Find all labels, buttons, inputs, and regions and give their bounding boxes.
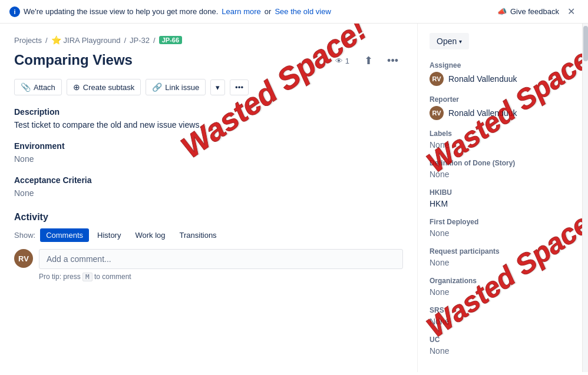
content-area: Wasted Space! Projects / ⭐ JIRA Playgrou… <box>0 24 417 372</box>
tab-worklog[interactable]: Work log <box>129 228 171 242</box>
definition-done-label: Definition of Done (Story) <box>430 159 570 167</box>
definition-done-value: None <box>430 170 570 179</box>
breadcrumb-playground: ⭐ JIRA Playground <box>51 35 121 45</box>
learn-more-link[interactable]: Learn more <box>222 7 260 16</box>
sidebar-request-participants: Request participants None <box>430 247 570 267</box>
sidebar: Wasted Space! Wasted Space! Open ▾ Assig… <box>417 24 582 372</box>
watcher-count: 1 <box>345 57 349 65</box>
breadcrumb-playground-link[interactable]: JIRA Playground <box>64 36 121 45</box>
reporter-avatar: RV <box>430 106 444 120</box>
chevron-down-icon: ▾ <box>459 38 462 45</box>
main-container: Wasted Space! Projects / ⭐ JIRA Playgrou… <box>0 24 588 372</box>
hkibu-label: HKIBU <box>430 188 570 197</box>
sidebar-uc: UC None <box>430 336 570 356</box>
give-feedback-button[interactable]: 📣 Give feedback <box>497 7 559 16</box>
labels-value: None <box>430 140 570 150</box>
page-header: Comparing Views 👁 1 ⬆ ••• <box>14 52 403 69</box>
keyboard-shortcut: M <box>82 273 93 281</box>
tab-history[interactable]: History <box>91 228 127 242</box>
eye-icon: 👁 <box>335 57 343 65</box>
hkibu-value: HKM <box>430 199 570 208</box>
organizations-label: Organizations <box>430 277 570 285</box>
activity-tabs: Show: Comments History Work log Transiti… <box>14 228 403 242</box>
breadcrumb: Projects / ⭐ JIRA Playground / JP-32 / J… <box>14 35 403 45</box>
watchers-button[interactable]: 👁 1 <box>330 54 355 68</box>
share-button[interactable]: ⬆ <box>359 52 378 69</box>
reporter-value: Ronald Vallenduuk <box>448 108 517 118</box>
environment-title: Environment <box>14 141 403 151</box>
sidebar-organizations: Organizations None <box>430 277 570 297</box>
breadcrumb-jp32[interactable]: JP-32 <box>130 36 150 45</box>
sidebar-srs: SRS None <box>430 306 570 326</box>
request-participants-value: None <box>430 258 570 267</box>
assignee-label: Assignee <box>430 61 570 69</box>
description-section: Description Test ticket to compare the o… <box>14 107 403 130</box>
acceptance-title: Acceptance Criteria <box>14 175 403 185</box>
notification-bar: i We're updating the issue view to help … <box>0 0 588 24</box>
description-title: Description <box>14 107 403 117</box>
uc-label: UC <box>430 336 570 344</box>
first-deployed-value: None <box>430 228 570 238</box>
labels-label: Labels <box>430 130 570 138</box>
show-label: Show: <box>14 231 35 240</box>
toolbar-dropdown-button[interactable]: ▾ <box>210 79 225 95</box>
reporter-label: Reporter <box>430 95 570 104</box>
sidebar-first-deployed: First Deployed None <box>430 218 570 238</box>
info-icon: i <box>9 6 20 17</box>
environment-section: Environment None <box>14 141 403 164</box>
comment-input-wrapper: Add a comment... Pro tip: press M to com… <box>39 249 403 281</box>
or-text: or <box>265 7 272 16</box>
description-content: Test ticket to compare the old and new i… <box>14 120 403 130</box>
toolbar-more-button[interactable]: ••• <box>230 79 249 95</box>
page-title: Comparing Views <box>14 52 133 68</box>
jira-icon: ⭐ <box>51 35 61 45</box>
sidebar-hkibu: HKIBU HKM <box>430 188 570 208</box>
assignee-avatar: RV <box>430 72 444 86</box>
tab-comments[interactable]: Comments <box>40 228 89 242</box>
activity-section: Activity Show: Comments History Work log… <box>14 212 403 281</box>
link-icon: 🔗 <box>152 82 162 92</box>
scrollbar-thumb[interactable] <box>583 26 588 61</box>
open-status-button[interactable]: Open ▾ <box>430 33 469 49</box>
jp66-badge: JP-66 <box>159 36 182 44</box>
uc-value: None <box>430 346 570 356</box>
scrollbar[interactable] <box>582 24 588 372</box>
user-avatar: RV <box>14 249 33 268</box>
reporter-user: RV Ronald Vallenduuk <box>430 106 570 120</box>
more-options-button[interactable]: ••• <box>382 52 403 69</box>
request-participants-label: Request participants <box>430 247 570 255</box>
breadcrumb-projects[interactable]: Projects <box>14 36 42 45</box>
notification-right: 📣 Give feedback ✕ <box>497 5 579 18</box>
activity-title: Activity <box>14 212 403 223</box>
subtask-icon: ⊕ <box>73 82 80 92</box>
srs-label: SRS <box>430 306 570 314</box>
link-issue-button[interactable]: 🔗 Link issue <box>146 79 206 95</box>
notification-left: i We're updating the issue view to help … <box>9 6 331 17</box>
sidebar-reporter: Reporter RV Ronald Vallenduuk <box>430 95 570 120</box>
environment-value: None <box>14 154 403 164</box>
sidebar-definition-done: Definition of Done (Story) None <box>430 159 570 179</box>
comment-input[interactable]: Add a comment... <box>39 249 403 269</box>
tab-transitions[interactable]: Transitions <box>174 228 223 242</box>
pro-tip: Pro tip: press M to comment <box>39 273 403 281</box>
organizations-value: None <box>430 287 570 297</box>
notification-close-button[interactable]: ✕ <box>564 5 579 18</box>
create-subtask-button[interactable]: ⊕ Create subtask <box>67 79 141 95</box>
action-toolbar: 📎 Attach ⊕ Create subtask 🔗 Link issue ▾… <box>14 79 403 95</box>
attach-button[interactable]: 📎 Attach <box>14 79 62 95</box>
assignee-user: RV Ronald Vallenduuk <box>430 72 570 86</box>
acceptance-section: Acceptance Criteria None <box>14 175 403 198</box>
first-deployed-label: First Deployed <box>430 218 570 226</box>
srs-value: None <box>430 317 570 326</box>
megaphone-icon: 📣 <box>497 7 507 16</box>
sidebar-assignee: Assignee RV Ronald Vallenduuk <box>430 61 570 86</box>
paperclip-icon: 📎 <box>21 82 31 92</box>
notification-text: We're updating the issue view to help yo… <box>24 7 218 16</box>
acceptance-value: None <box>14 188 403 198</box>
header-actions: 👁 1 ⬆ ••• <box>330 52 403 69</box>
sidebar-labels: Labels None <box>430 130 570 150</box>
assignee-value: Ronald Vallenduuk <box>448 74 517 84</box>
comment-area: RV Add a comment... Pro tip: press M to … <box>14 249 403 281</box>
see-old-link[interactable]: See the old view <box>275 7 331 16</box>
